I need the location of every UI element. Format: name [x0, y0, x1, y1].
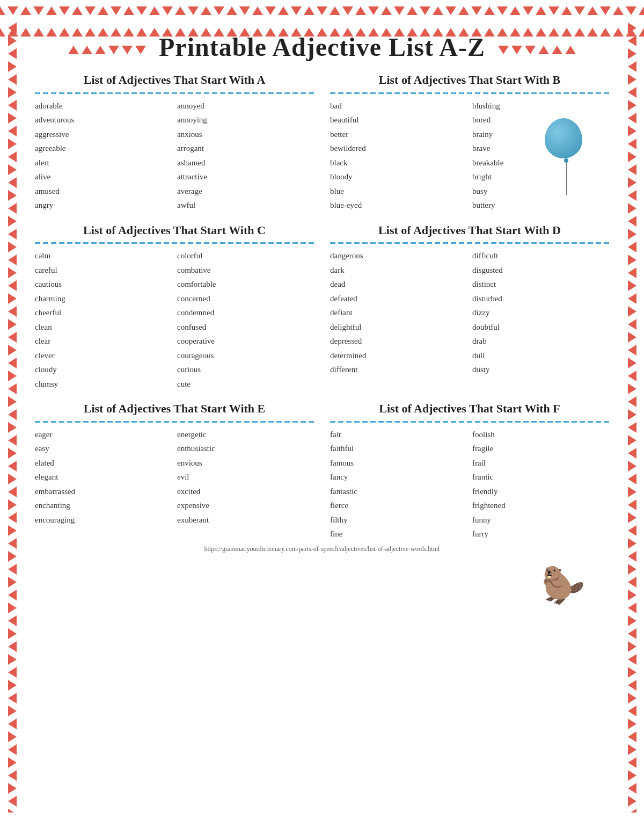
word-item: cooperative [177, 335, 314, 348]
word-item: cheerful [35, 306, 172, 320]
section-divider-B [330, 92, 609, 94]
word-item: dull [472, 349, 609, 362]
word-item: bewildered [330, 142, 467, 155]
word-item: embarrassed [35, 485, 172, 498]
word-item: clever [35, 349, 172, 362]
word-item: defiant [330, 306, 467, 320]
word-item: fair [330, 428, 467, 441]
section-divider-C [35, 242, 314, 244]
word-item: elegant [35, 470, 172, 484]
word-item: careful [35, 264, 172, 277]
main-title: Printable Adjective List A-Z [35, 32, 609, 62]
word-item: frightened [472, 499, 609, 512]
beaver-decoration: 🦫 [541, 568, 585, 603]
tri-up-2 [82, 46, 92, 54]
border-right [620, 21, 644, 813]
word-item: clear [35, 335, 172, 348]
word-item: amused [35, 185, 172, 198]
section-title-F: List of Adjectives That Start With F [330, 401, 609, 417]
word-item: better [330, 128, 467, 141]
word-item: concerned [177, 292, 314, 306]
word-item: adorable [35, 99, 172, 113]
word-item: envious [177, 456, 314, 470]
word-item: depressed [330, 335, 467, 348]
word-item: dizzy [472, 306, 609, 320]
tri-down-1 [108, 46, 119, 54]
tri-down-6 [525, 46, 536, 54]
word-item: expensive [177, 499, 314, 512]
word-item: doubtful [472, 321, 609, 334]
word-item: fine [330, 527, 467, 541]
section-title-D: List of Adjectives That Start With D [330, 223, 609, 238]
word-item: bloody [330, 170, 467, 184]
word-item: filthy [330, 513, 467, 527]
word-item: comfortable [177, 278, 314, 291]
word-item: different [330, 363, 467, 376]
tri-up-1 [68, 46, 79, 54]
section-title-B: List of Adjectives That Start With B [330, 72, 609, 88]
word-item: anxious [177, 128, 314, 141]
word-item: excited [177, 485, 314, 498]
word-item: easy [35, 442, 172, 455]
title-text: Printable Adjective List A-Z [159, 33, 485, 61]
section-A: List of Adjectives That Start With Aador… [35, 72, 314, 212]
tri-down-2 [122, 46, 133, 54]
word-item: frantic [472, 470, 609, 484]
word-item: alive [35, 170, 172, 184]
words-grid-D: dangerousdifficultdarkdisgusteddeaddisti… [330, 249, 609, 376]
footer-url: https://grammar.yourdictionary.com/parts… [35, 545, 609, 556]
word-item: elated [35, 456, 172, 470]
word-item: aggressive [35, 128, 172, 141]
word-item: fierce [330, 499, 467, 512]
word-item: clumsy [35, 378, 172, 391]
word-item: calm [35, 249, 172, 263]
section-D: List of Adjectives That Start With Ddang… [330, 223, 609, 391]
word-item: blue [330, 185, 467, 198]
word-item: cloudy [35, 363, 172, 376]
word-item: distinct [472, 278, 609, 291]
word-item: ashamed [177, 156, 314, 170]
border-top [0, 0, 644, 21]
word-item: bored [472, 113, 609, 127]
word-item: defeated [330, 292, 467, 306]
tri-down-4 [498, 46, 509, 54]
word-item: annoying [177, 113, 314, 127]
word-item: busy [472, 185, 609, 198]
section-title-E: List of Adjectives That Start With E [35, 401, 314, 417]
word-item: brave [472, 142, 609, 155]
words-grid-B: badblushingbeautifulboredbetterbrainybew… [330, 99, 609, 212]
word-item: annoyed [177, 99, 314, 113]
tri-down-3 [135, 46, 146, 54]
word-item: curious [177, 363, 314, 376]
word-item: energetic [177, 428, 314, 441]
word-item: fantastic [330, 485, 467, 498]
word-item: drab [472, 335, 609, 348]
sections-grid: List of Adjectives That Start With Aador… [35, 72, 609, 541]
word-item: famous [330, 456, 467, 470]
word-item: attractive [177, 170, 314, 184]
word-item: bright [472, 170, 609, 184]
word-item: black [330, 156, 467, 170]
content-area: Printable Adjective List A-Z List of Adj… [24, 21, 620, 813]
word-item: breakable [472, 156, 609, 170]
word-item: colorful [177, 249, 314, 263]
word-item: average [177, 185, 314, 198]
word-item: arrogant [177, 142, 314, 155]
page-container: Printable Adjective List A-Z List of Adj… [0, 0, 644, 834]
word-item: buttery [472, 199, 609, 212]
word-item: beautiful [330, 113, 467, 127]
tri-up-6 [565, 46, 576, 54]
word-item: cautious [35, 278, 172, 291]
section-divider-F [330, 421, 609, 423]
word-item: blue-eyed [330, 199, 467, 212]
section-divider-E [35, 421, 314, 423]
word-item: blushing [472, 99, 609, 113]
tri-up-3 [95, 46, 106, 54]
word-item: angry [35, 199, 172, 212]
word-item: furry [472, 527, 609, 541]
word-item: faithful [330, 442, 467, 455]
word-item: clean [35, 321, 172, 334]
word-item: evil [177, 470, 314, 484]
word-item: frail [472, 456, 609, 470]
word-item: combative [177, 264, 314, 277]
